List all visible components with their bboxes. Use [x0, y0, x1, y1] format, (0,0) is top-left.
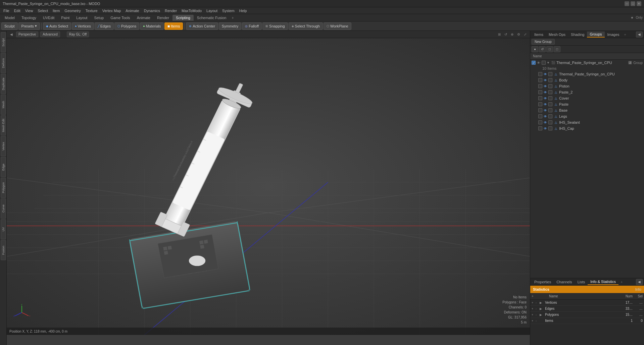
menu-help[interactable]: Help — [237, 8, 249, 13]
vertices-button[interactable]: ● Vertices — [72, 22, 94, 30]
left-btn-deform[interactable]: Deform — [1, 53, 6, 73]
viewport[interactable]: ◀ Perspective Advanced Ray GL: Off ⊞ ↺ ⊕… — [7, 31, 530, 345]
tree-child-1[interactable]: 👁 △ Body — [530, 77, 644, 83]
child-9-check[interactable] — [538, 126, 542, 130]
child-7-check[interactable] — [538, 114, 542, 118]
groups-icon-btn-1[interactable]: ● — [532, 46, 538, 52]
layout-tab-paint[interactable]: Paint — [58, 15, 73, 21]
layout-tab-render[interactable]: Render — [154, 15, 172, 21]
tree-child-9[interactable]: 👁 △ IHS_Cap — [530, 125, 644, 131]
tab-shading[interactable]: Shading — [568, 32, 587, 37]
left-btn-uv[interactable]: UV — [1, 219, 6, 239]
layout-tab-scripting[interactable]: Scripting — [172, 15, 194, 21]
close-button[interactable]: ✕ — [637, 1, 641, 6]
viewport-zoom-in-btn[interactable]: ⊕ — [509, 32, 515, 37]
btab-lists[interactable]: Lists — [575, 279, 588, 285]
child-2-eye[interactable]: 👁 — [543, 84, 547, 88]
tree-child-6[interactable]: 👁 △ Base — [530, 107, 644, 113]
child-3-eye[interactable]: 👁 — [543, 90, 547, 94]
child-4-check[interactable] — [538, 96, 542, 100]
child-4-check2[interactable] — [548, 96, 552, 100]
stats-row-edges[interactable]: + - ▶ Edges 33… … — [530, 306, 644, 312]
viewport-corner-btn[interactable]: ◀ — [9, 32, 14, 37]
viewport-raygl-btn[interactable]: Ray GL: Off — [67, 32, 89, 37]
child-6-eye[interactable]: 👁 — [543, 108, 547, 112]
stats-items-minus[interactable]: - — [536, 319, 540, 323]
menu-maxtomode[interactable]: MaxToModo — [180, 8, 204, 13]
menu-select[interactable]: Select — [36, 8, 50, 13]
tree-root-eye[interactable]: 👁 — [537, 61, 541, 65]
tree-child-7[interactable]: 👁 △ Legs — [530, 113, 644, 119]
child-0-check2[interactable] — [548, 72, 552, 76]
stats-vertices-minus[interactable]: - — [536, 301, 540, 304]
child-9-check2[interactable] — [548, 126, 552, 130]
child-8-eye[interactable]: 👁 — [543, 120, 547, 124]
layout-tab-gametools[interactable]: Game Tools — [107, 15, 134, 21]
tree-child-8[interactable]: 👁 △ IHS_Sealant — [530, 119, 644, 125]
child-3-check2[interactable] — [548, 90, 552, 94]
tree-child-0[interactable]: 👁 △ Thermal_Paste_Syringe_on_CPU — [530, 71, 644, 77]
tab-groups[interactable]: Groups — [587, 32, 604, 38]
stats-vertices-play[interactable]: ▶ — [540, 301, 544, 304]
stats-row-polygons[interactable]: + - ▶ Polygons 15… … — [530, 312, 644, 318]
layout-tab-setup[interactable]: Setup — [91, 15, 107, 21]
btab-info-stats[interactable]: Info & Statistics — [588, 279, 618, 285]
new-group-button[interactable]: New Group — [532, 39, 555, 45]
child-7-check2[interactable] — [548, 114, 552, 118]
viewport-zoom-out-btn[interactable]: ↺ — [503, 32, 508, 37]
child-9-eye[interactable]: 👁 — [543, 126, 547, 130]
items-button[interactable]: ◼ Items — [164, 22, 183, 30]
tab-mesh-ops[interactable]: Mesh Ops — [546, 32, 568, 37]
left-btn-mesh[interactable]: Mesh — [1, 95, 6, 115]
snapping-button[interactable]: ⊞ Snapping — [262, 22, 288, 30]
tree-root-item[interactable]: ✓ 👁 ▼ ⬛ Thermal_Paste_Syringe_on_CPU 2 G… — [530, 60, 644, 66]
stats-edges-expand[interactable]: + — [532, 307, 536, 310]
child-8-check[interactable] — [538, 120, 542, 124]
falloff-button[interactable]: ◎ Falloff — [242, 22, 262, 30]
viewport-fit-btn[interactable]: ⊞ — [497, 32, 502, 37]
child-5-eye[interactable]: 👁 — [543, 102, 547, 106]
menu-texture[interactable]: Texture — [84, 8, 100, 13]
layout-tab-add[interactable]: + — [230, 15, 236, 21]
panel-toggle-btn[interactable]: ◀ — [636, 32, 643, 38]
layout-tab-topology[interactable]: Topology — [18, 15, 40, 21]
groups-icon-btn-2[interactable]: ↺ — [539, 46, 546, 52]
stats-polygons-minus[interactable]: - — [536, 313, 540, 317]
groups-tree[interactable]: ✓ 👁 ▼ ⬛ Thermal_Paste_Syringe_on_CPU 2 G… — [530, 60, 644, 278]
sculpt-button[interactable]: Sculpt — [1, 22, 18, 30]
tree-root-arrow[interactable]: ▼ — [547, 61, 551, 64]
left-btn-mesh-edit[interactable]: Mesh Edit — [1, 115, 6, 135]
layout-tab-model[interactable]: Model — [1, 15, 18, 21]
child-6-check[interactable] — [538, 108, 542, 112]
btab-add[interactable]: + — [618, 279, 625, 285]
auto-select-button[interactable]: ◆ Auto Select — [43, 22, 71, 30]
menu-view[interactable]: View — [23, 8, 35, 13]
layout-tab-uvedit[interactable]: UVEdit — [40, 15, 58, 21]
stats-add-icon[interactable]: + — [532, 294, 537, 298]
minimize-button[interactable]: ─ — [625, 1, 629, 6]
tab-items[interactable]: Items — [532, 32, 546, 37]
workplane-button[interactable]: ⬡ WorkPlane — [324, 22, 351, 30]
menu-item[interactable]: Item — [51, 8, 62, 13]
edges-button[interactable]: ╱ Edges — [95, 22, 114, 30]
stats-polygons-expand[interactable]: + — [532, 313, 536, 317]
menu-edit[interactable]: Edit — [12, 8, 22, 13]
menu-layout[interactable]: Layout — [204, 8, 219, 13]
child-4-eye[interactable]: 👁 — [543, 96, 547, 100]
tree-root-check[interactable]: ✓ — [532, 61, 536, 65]
child-5-check[interactable] — [538, 102, 542, 106]
menu-dynamics[interactable]: Dynamics — [142, 8, 162, 13]
child-0-eye[interactable]: 👁 — [543, 72, 547, 76]
stats-edges-play[interactable]: ▶ — [540, 307, 544, 310]
child-3-check[interactable] — [538, 90, 542, 94]
groups-icon-btn-4[interactable]: □ — [554, 46, 560, 52]
groups-icon-btn-3[interactable]: □ — [546, 46, 553, 52]
child-6-check2[interactable] — [548, 108, 552, 112]
layout-tab-layout[interactable]: Layout — [73, 15, 91, 21]
menu-file[interactable]: File — [1, 8, 11, 13]
viewport-perspective-btn[interactable]: Perspective — [16, 32, 38, 37]
viewport-settings-btn[interactable]: ⚙ — [516, 32, 522, 37]
layout-tab-schematic[interactable]: Schematic Fusion — [194, 15, 230, 21]
viewport-canvas[interactable]: RYZEN — [7, 38, 530, 335]
left-btn-polygon[interactable]: Polygon — [1, 178, 6, 198]
